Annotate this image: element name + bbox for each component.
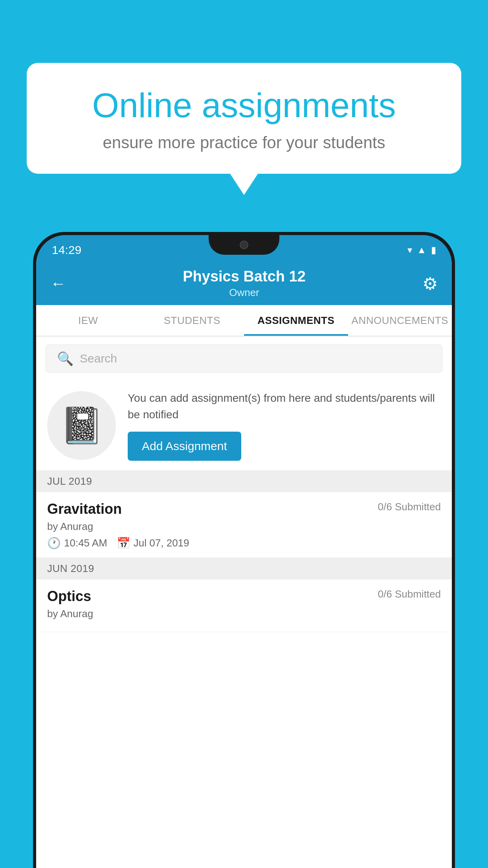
assignment-by: by Anurag xyxy=(47,520,441,533)
settings-icon[interactable]: ⚙ xyxy=(422,274,438,294)
clock-icon: 🕐 xyxy=(47,537,61,550)
search-placeholder: Search xyxy=(80,352,117,365)
promo-section: 📓 You can add assignment(s) from here an… xyxy=(36,381,452,471)
wifi-icon: ▾ xyxy=(407,245,412,256)
assignment-status: 0/6 Submitted xyxy=(378,501,441,513)
add-assignment-button[interactable]: Add Assignment xyxy=(128,432,241,461)
bubble-subtitle: ensure more practice for your students xyxy=(54,133,434,152)
app-content: 🔍 Search 📓 You can add assignment(s) fro… xyxy=(36,337,452,632)
phone-notch xyxy=(209,235,279,255)
section-header-jul: JUL 2019 xyxy=(36,471,452,492)
promo-icon-circle: 📓 xyxy=(47,391,116,460)
header-title: Physics Batch 12 xyxy=(183,268,306,285)
search-icon: 🔍 xyxy=(57,351,73,366)
header-title-block: Physics Batch 12 Owner xyxy=(183,268,306,299)
tab-announcements[interactable]: ANNOUNCEMENTS xyxy=(348,305,452,336)
battery-icon: ▮ xyxy=(431,245,436,256)
header-subtitle: Owner xyxy=(183,287,306,299)
camera-dot xyxy=(240,241,248,249)
phone-frame: 14:29 ▾ ▲ ▮ ← Physics Batch 12 Owner ⚙ xyxy=(33,232,455,868)
assignment-item-optics[interactable]: Optics 0/6 Submitted by Anurag xyxy=(36,579,452,632)
tab-iew[interactable]: IEW xyxy=(36,305,140,336)
tab-assignments[interactable]: ASSIGNMENTS xyxy=(244,305,348,336)
status-icons: ▾ ▲ ▮ xyxy=(407,245,436,256)
speech-bubble-container: Online assignments ensure more practice … xyxy=(27,63,461,174)
tab-students[interactable]: STUDENTS xyxy=(140,305,244,336)
screen-content: ← Physics Batch 12 Owner ⚙ IEW STUDENTS … xyxy=(36,262,452,868)
assignment-title: Gravitation xyxy=(47,501,122,517)
assignment-time-text: 10:45 AM xyxy=(64,537,107,549)
speech-bubble: Online assignments ensure more practice … xyxy=(27,63,461,174)
app-header: ← Physics Batch 12 Owner ⚙ xyxy=(36,262,452,305)
assignment-time: 🕐 10:45 AM xyxy=(47,537,107,550)
back-button[interactable]: ← xyxy=(50,275,66,292)
section-header-jun: JUN 2019 xyxy=(36,558,452,579)
optics-top: Optics 0/6 Submitted xyxy=(47,588,441,605)
promo-text: You can add assignment(s) from here and … xyxy=(128,390,441,423)
calendar-icon: 📅 xyxy=(117,537,130,550)
signal-icon: ▲ xyxy=(417,245,426,256)
optics-by: by Anurag xyxy=(47,608,441,620)
assignment-top: Gravitation 0/6 Submitted xyxy=(47,501,441,517)
tabs-bar: IEW STUDENTS ASSIGNMENTS ANNOUNCEMENTS xyxy=(36,305,452,337)
bubble-title: Online assignments xyxy=(54,86,434,125)
status-time: 14:29 xyxy=(52,243,81,257)
assignment-date-text: Jul 07, 2019 xyxy=(134,537,189,549)
search-bar[interactable]: 🔍 Search xyxy=(46,344,442,373)
optics-title: Optics xyxy=(47,588,91,605)
promo-right: You can add assignment(s) from here and … xyxy=(128,390,441,461)
notebook-icon: 📓 xyxy=(60,405,104,446)
optics-status: 0/6 Submitted xyxy=(378,588,441,600)
assignment-date: 📅 Jul 07, 2019 xyxy=(117,537,189,550)
assignment-meta: 🕐 10:45 AM 📅 Jul 07, 2019 xyxy=(47,537,441,550)
assignment-item-gravitation[interactable]: Gravitation 0/6 Submitted by Anurag 🕐 10… xyxy=(36,492,452,558)
phone-inner: 14:29 ▾ ▲ ▮ ← Physics Batch 12 Owner ⚙ xyxy=(36,235,452,868)
